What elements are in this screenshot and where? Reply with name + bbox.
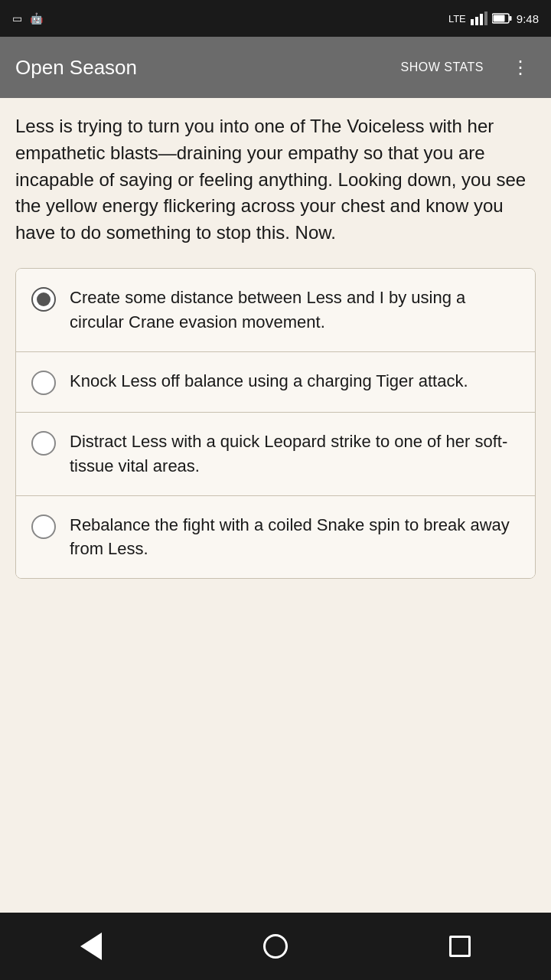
battery-icon: [492, 12, 512, 24]
recents-icon: [449, 936, 471, 957]
app-bar-actions: SHOW STATS ⋮: [398, 54, 536, 80]
back-icon: [80, 933, 102, 960]
choice-text-4: Rebalance the fight with a coiled Snake …: [70, 513, 520, 562]
status-bar-right: LTE 9:48: [448, 11, 539, 25]
choice-text-2: Knock Less off balance using a charging …: [70, 369, 520, 394]
sim-icon: ▭: [12, 12, 22, 24]
bottom-nav: [0, 913, 551, 980]
app-bar: Open Season SHOW STATS ⋮: [0, 37, 551, 98]
svg-rect-6: [493, 15, 504, 22]
signal-icon: [471, 11, 487, 25]
lte-indicator: LTE: [448, 13, 466, 24]
choice-option-1[interactable]: Create some distance between Less and I …: [16, 269, 535, 352]
svg-rect-1: [475, 17, 478, 25]
radio-button-1[interactable]: [31, 287, 56, 312]
narrative-text: Less is trying to turn you into one of T…: [15, 113, 536, 247]
choice-text-1: Create some distance between Less and I …: [70, 286, 520, 335]
recents-button[interactable]: [425, 923, 495, 969]
show-stats-button[interactable]: SHOW STATS: [398, 54, 487, 80]
radio-button-4[interactable]: [31, 514, 56, 539]
radio-button-2[interactable]: [31, 371, 56, 395]
choice-option-4[interactable]: Rebalance the fight with a coiled Snake …: [16, 496, 535, 579]
app-title: Open Season: [15, 56, 398, 80]
android-icon: 🤖: [30, 12, 43, 24]
choice-text-3: Distract Less with a quick Leopard strik…: [70, 430, 520, 479]
svg-rect-2: [480, 14, 483, 25]
radio-button-3[interactable]: [31, 431, 56, 456]
choice-option-2[interactable]: Knock Less off balance using a charging …: [16, 352, 535, 413]
main-content: Less is trying to turn you into one of T…: [0, 98, 551, 913]
status-bar: ▭ 🤖 LTE 9:48: [0, 0, 551, 37]
choice-option-3[interactable]: Distract Less with a quick Leopard strik…: [16, 413, 535, 496]
time-display: 9:48: [517, 12, 539, 25]
svg-rect-0: [471, 19, 474, 25]
home-icon: [263, 934, 288, 959]
radio-inner-1: [37, 292, 51, 306]
choices-container: Create some distance between Less and I …: [15, 268, 536, 579]
back-button[interactable]: [56, 920, 126, 972]
more-options-button[interactable]: ⋮: [505, 55, 536, 80]
home-button[interactable]: [239, 922, 312, 971]
status-bar-left: ▭ 🤖: [12, 12, 43, 24]
svg-rect-3: [484, 11, 487, 25]
svg-rect-5: [509, 16, 511, 21]
